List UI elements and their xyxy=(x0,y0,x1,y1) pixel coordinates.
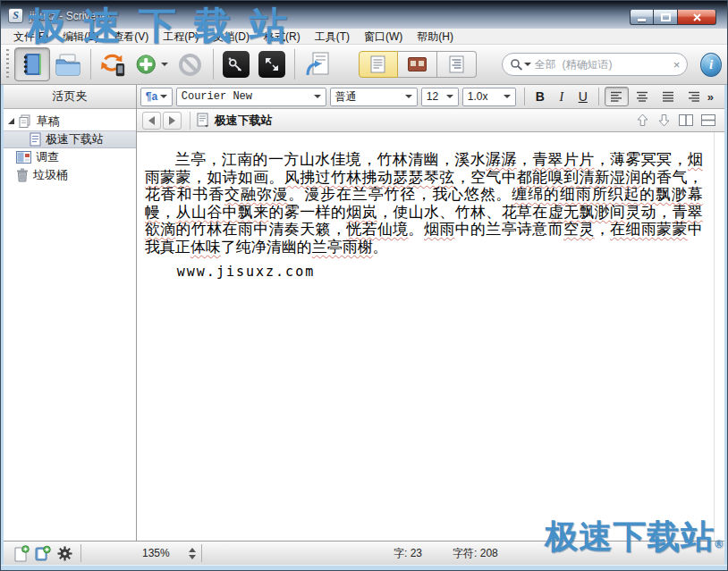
menu-item[interactable]: 查看(V) xyxy=(106,29,156,45)
collections-button[interactable] xyxy=(50,47,86,81)
zoom-decrease-icon[interactable] xyxy=(189,555,196,559)
corkboard-view-button[interactable] xyxy=(398,51,437,78)
header-document-icon[interactable] xyxy=(197,113,209,128)
app-icon[interactable]: S xyxy=(8,8,23,23)
back-arrow-icon xyxy=(148,116,155,125)
editor-header-separator xyxy=(190,112,190,130)
trash-can-icon xyxy=(16,168,29,182)
compose-mode-button[interactable] xyxy=(254,47,290,81)
new-document-button[interactable] xyxy=(11,543,32,563)
corkboard-view-icon xyxy=(408,57,427,71)
text-run: 。 xyxy=(373,239,388,256)
binder-toggle-button[interactable] xyxy=(14,47,50,81)
misspelled-text-run: 烟岚 xyxy=(346,204,377,221)
style-preset-dropdown[interactable]: ¶a xyxy=(140,88,173,106)
next-document-arrow-icon[interactable] xyxy=(657,113,671,127)
bold-button[interactable]: B xyxy=(529,88,551,106)
line-spacing-value: 1.0x xyxy=(468,90,488,103)
text-document-icon xyxy=(30,132,41,147)
text-run: ， xyxy=(595,221,610,238)
status-bar: 135% 字: 23 字符: 208 xyxy=(4,541,724,565)
text-run: 。漫步在兰亭竹径，我心悠然。 xyxy=(288,186,512,203)
settings-gear-button[interactable] xyxy=(54,543,75,563)
binder-tree: 草稿 极速下载站 xyxy=(4,109,136,184)
editor-document-title: 极速下载站 xyxy=(215,113,273,129)
italic-button[interactable]: I xyxy=(551,88,572,106)
binder-item-research[interactable]: 调查 xyxy=(4,148,136,166)
close-icon xyxy=(692,13,702,22)
binder-item-draft[interactable]: 草稿 xyxy=(4,113,136,130)
menu-item[interactable]: 工程(P) xyxy=(156,29,206,45)
binder-item-jisuxz[interactable]: 极速下载站 xyxy=(4,130,136,148)
menu-item[interactable]: 编辑(E) xyxy=(55,29,106,45)
search-scope-caret-icon[interactable] xyxy=(524,63,531,66)
add-plus-icon xyxy=(135,51,157,78)
menu-item[interactable]: 文档(D) xyxy=(206,29,257,45)
misspelled-text-run: 风拂过竹林拂动瑟瑟琴弦 xyxy=(284,169,455,186)
misspelled-text-run: 烟雨 xyxy=(424,221,455,238)
split-horizontal-icon[interactable] xyxy=(701,114,715,126)
menu-item[interactable]: 文件(F) xyxy=(6,29,55,45)
font-dropdown[interactable]: Courier New xyxy=(176,88,326,106)
minimize-button[interactable] xyxy=(630,9,654,25)
align-right-icon xyxy=(688,91,700,102)
text-run: 的竹林在雨中清奏天籁， xyxy=(175,221,346,238)
zoom-increase-icon[interactable] xyxy=(189,548,196,552)
add-item-button[interactable] xyxy=(131,47,172,81)
website-line: www.jisuxz.com xyxy=(145,264,712,280)
statusbar-separator xyxy=(201,544,202,562)
text-run: ， xyxy=(160,204,175,221)
text-run: ，空气中 xyxy=(455,169,517,186)
outliner-view-button[interactable] xyxy=(437,51,477,78)
misspelled-text-run: 空灵 xyxy=(563,221,595,238)
menu-item[interactable]: 格式(R) xyxy=(257,29,308,45)
binder-item-trash[interactable]: 垃圾桶 xyxy=(4,166,136,184)
zoom-level: 135% xyxy=(142,547,182,559)
toolbar-separator xyxy=(90,49,91,80)
menu-item[interactable]: 帮助(H) xyxy=(410,29,461,45)
close-button[interactable] xyxy=(678,9,716,25)
expand-triangle-icon[interactable] xyxy=(8,118,14,124)
text-run: ，薄雾冥冥， xyxy=(595,151,688,168)
clear-search-icon[interactable]: × xyxy=(673,59,681,71)
misspelled-text-run: 青翠片片 xyxy=(532,151,594,168)
main-toolbar: × i xyxy=(1,45,727,85)
zoom-spinner[interactable] xyxy=(189,548,196,559)
keywords-button[interactable] xyxy=(218,47,254,81)
title-bar: S jisuxz - Scrivener xyxy=(1,1,727,29)
sync-button[interactable] xyxy=(95,47,131,81)
underline-button[interactable]: U xyxy=(572,88,594,106)
misspelled-text-run: 虚无飘渺间 xyxy=(548,204,626,221)
menu-item[interactable]: 工具(T) xyxy=(308,29,357,45)
editor-text-area[interactable]: 兰亭，江南的一方山水佳境，竹林清幽，溪水潺潺，青翠片片，薄雾冥冥，烟雨蒙蒙，如诗… xyxy=(137,132,724,541)
new-folder-button[interactable] xyxy=(32,543,54,563)
font-size-dropdown[interactable]: 12 xyxy=(421,88,459,106)
delete-button[interactable] xyxy=(173,47,208,81)
compile-button[interactable] xyxy=(300,47,335,81)
binder-header: 活页夹 xyxy=(4,85,136,109)
align-right-button[interactable] xyxy=(682,87,707,106)
menu-item[interactable]: 窗口(W) xyxy=(357,29,410,45)
align-left-icon xyxy=(610,91,622,102)
new-document-icon xyxy=(14,545,30,562)
previous-document-arrow-icon[interactable] xyxy=(636,113,649,127)
text-run: ，使山水、竹林、花草在 xyxy=(377,204,548,221)
maximize-button[interactable] xyxy=(654,9,678,25)
forward-button[interactable] xyxy=(163,112,182,130)
split-vertical-icon[interactable] xyxy=(679,114,693,126)
formatbar-overflow-button[interactable]: » xyxy=(707,90,714,104)
dropdown-caret-icon xyxy=(160,95,167,98)
align-left-button[interactable] xyxy=(605,87,629,106)
search-input[interactable] xyxy=(535,58,673,71)
text-run: 灵动， xyxy=(625,204,672,221)
document-view-button[interactable] xyxy=(359,51,398,78)
align-center-button[interactable] xyxy=(631,87,655,106)
align-justify-button[interactable] xyxy=(656,87,681,106)
inspector-button[interactable]: i xyxy=(700,53,722,77)
document-view-icon xyxy=(370,55,385,73)
paragraph-style-dropdown[interactable]: 普通 xyxy=(330,88,418,106)
back-button[interactable] xyxy=(142,112,161,130)
line-spacing-dropdown[interactable]: 1.0x xyxy=(462,88,516,106)
gear-icon xyxy=(57,546,72,561)
search-box[interactable]: × xyxy=(502,53,689,76)
